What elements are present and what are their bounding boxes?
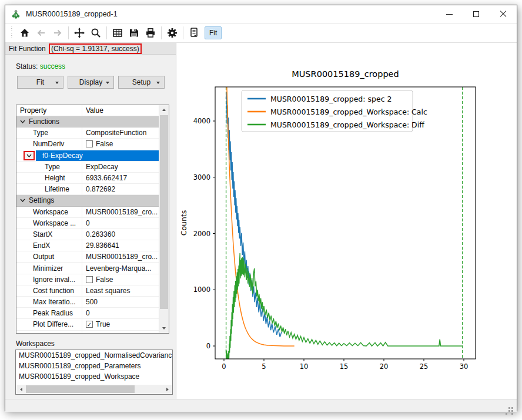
grid-button[interactable] [109,25,126,41]
expand-chevron-redbox[interactable] [24,151,35,160]
checkbox-unchecked[interactable] [86,140,93,147]
property-value[interactable]: 0.263360 [82,230,159,238]
property-row[interactable]: Cost functionLeast squares [16,285,159,297]
x-tick-label: 25 [420,362,429,371]
close-icon [500,11,507,18]
workspaces-list[interactable]: MUSR00015189_cropped_NormalisedCovarianc… [15,350,173,395]
property-row[interactable]: EndX29.836641 [16,240,159,251]
property-row[interactable]: TypeCompositeFunction [16,127,159,139]
pan-button[interactable] [71,25,88,41]
scroll-right-button[interactable] [163,385,172,394]
property-value[interactable]: 0 [82,219,159,227]
property-row[interactable]: Workspace ...0 [16,218,159,229]
property-name: Minimizer [16,263,82,273]
home-button[interactable] [16,25,33,41]
x-tick-label: 30 [460,362,469,371]
save-button[interactable] [126,25,142,41]
forward-arrow-icon [52,27,63,39]
fit-toggle-button[interactable]: Fit [205,26,222,39]
property-row[interactable]: Plot Differe...✓True [16,319,159,330]
property-value[interactable]: ExpDecay [82,163,159,171]
property-value[interactable]: 0 [82,309,159,317]
property-value[interactable]: 500 [82,298,159,306]
checkbox-checked[interactable]: ✓ [86,321,93,328]
property-value[interactable]: False [82,275,159,284]
resize-grip[interactable] [511,407,513,409]
checkbox-unchecked[interactable] [86,276,93,283]
property-row[interactable]: Exclude Ra... [16,331,159,333]
horizontal-scrollbar[interactable] [16,385,172,394]
chevron-down-icon [20,120,25,123]
fit-function-header: Fit Function (Chi-sq = 1.91317, success) [5,43,176,55]
script-icon [188,26,200,39]
chevron-down-icon [20,199,25,202]
property-column-header: Property [16,105,82,116]
property-row[interactable]: MinimizerLevenberg-Marqua... [16,263,159,274]
function-row-selected[interactable]: f0-ExpDecay [16,150,159,162]
property-value[interactable]: 6933.662417 [82,174,159,182]
property-name: Type [16,127,82,138]
property-value[interactable]: 0.872692 [82,185,159,193]
scrollbar-thumb[interactable] [160,115,168,309]
group-row-settings[interactable]: Settings [16,195,159,206]
status-row: Status: success [16,62,176,70]
plot-canvas[interactable]: 05101520253001000200030004000MUSR0001518… [176,43,517,399]
property-value[interactable]: 29.836641 [82,241,159,250]
property-row[interactable]: Max Iteratio...500 [16,297,159,308]
x-tick-label: 20 [380,362,389,371]
minimize-button[interactable] [436,5,463,23]
property-value[interactable]: Least squares [82,287,159,295]
chevron-down-icon [156,82,160,84]
group-row-functions[interactable]: Functions [16,116,159,127]
workspace-list-item[interactable]: MUSR00015189_cropped_NormalisedCovarianc [16,350,172,361]
property-row[interactable]: Height6933.662417 [16,173,159,184]
toolbar-grip[interactable] [10,26,13,40]
property-value[interactable]: Levenberg-Marqua... [82,264,159,273]
property-value[interactable]: MUSR00015189_cro... [82,208,159,216]
property-value[interactable]: MUSR00015189_cro... [82,253,159,261]
zoom-button[interactable] [88,25,104,41]
generate-script-button[interactable] [186,25,202,41]
property-name: EndX [16,240,82,251]
property-row[interactable]: Ignore inval...False [16,274,159,285]
scroll-down-button[interactable] [159,324,169,333]
vertical-scrollbar[interactable] [159,105,169,333]
y-tick-label: 3000 [193,173,210,182]
plot-legend[interactable]: MUSR00015189_cropped: spec 2MUSR00015189… [242,90,427,132]
title-bar[interactable]: MUSR00015189_cropped-1 [5,5,517,23]
x-tick-label: 10 [300,362,309,371]
scrollbar-thumb[interactable] [26,385,135,393]
checkbox-label: False [96,140,113,148]
close-button[interactable] [490,5,517,23]
property-row[interactable]: NumDerivFalse [16,139,159,150]
maximize-button[interactable] [463,5,490,23]
fit-menu-button[interactable]: Fit [17,76,63,89]
property-name: Max Iteratio... [16,297,82,307]
property-value[interactable]: CompositeFunction [82,129,159,137]
property-row[interactable]: TypeExpDecay [16,162,159,173]
property-name: Height [16,173,82,183]
settings-button[interactable] [164,25,180,41]
display-menu-button[interactable]: Display [68,76,114,89]
scroll-left-button[interactable] [16,385,25,394]
setup-menu-button[interactable]: Setup [118,76,165,89]
property-row[interactable]: StartX0.263360 [16,229,159,240]
property-value[interactable]: ✓True [82,320,159,328]
property-name: NumDeriv [16,139,82,149]
property-row[interactable]: OutputMUSR00015189_cro... [16,251,159,263]
plot-toolbar: Fit [5,23,517,43]
gear-icon [166,27,178,39]
minimize-icon [446,14,453,15]
property-name: Output [16,251,82,262]
property-value[interactable]: False [82,140,159,148]
property-name: Ignore inval... [16,274,82,285]
workspace-list-item[interactable]: MUSR00015189_cropped_Workspace [16,371,172,382]
property-row[interactable]: Lifetime0.872692 [16,184,159,195]
scroll-up-button[interactable] [159,105,169,115]
property-row[interactable]: Peak Radius0 [16,308,159,319]
print-button[interactable] [142,25,159,41]
forward-button[interactable] [49,25,66,41]
back-button[interactable] [33,25,49,41]
property-row[interactable]: WorkspaceMUSR00015189_cro... [16,207,159,218]
workspace-list-item[interactable]: MUSR00015189_cropped_Parameters [16,361,172,371]
